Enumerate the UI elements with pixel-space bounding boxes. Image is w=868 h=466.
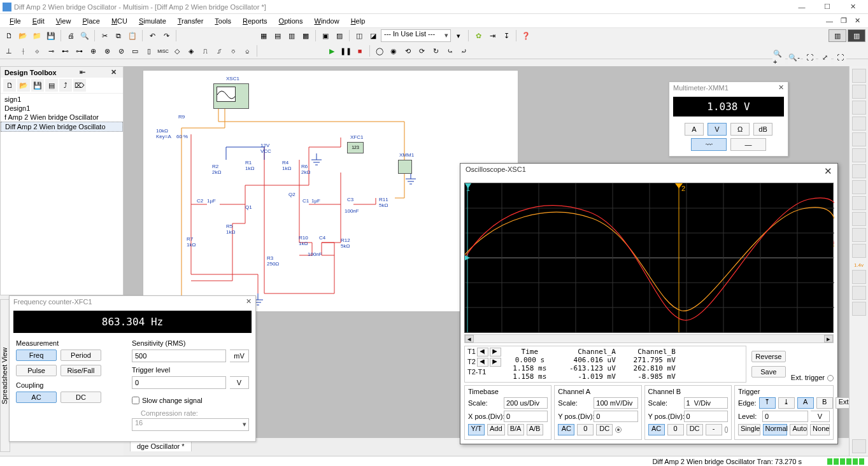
step3-icon[interactable]: ⟲	[401, 45, 414, 57]
probe-icon[interactable]: ⇥	[486, 29, 499, 42]
menu-mcu[interactable]: MCU	[106, 17, 133, 25]
tree-item-active[interactable]: Diff Amp 2 Wien bridge Oscillato	[1, 122, 123, 132]
pause-icon[interactable]: ❚❚	[339, 45, 352, 57]
comp16-icon[interactable]: ⎏	[227, 45, 239, 57]
new-icon[interactable]: 🗋	[3, 29, 15, 42]
cb-radio[interactable]	[725, 427, 728, 433]
ac-button[interactable]: AC	[16, 392, 57, 403]
menu-view[interactable]: View	[50, 17, 77, 25]
comp9-icon[interactable]: ⊘	[115, 45, 127, 57]
instr15-icon[interactable]	[852, 302, 866, 316]
ca-dc-button[interactable]: DC	[596, 424, 613, 435]
grp5-icon[interactable]: ▣	[319, 29, 332, 42]
save-button[interactable]: Save	[751, 366, 786, 378]
instr-bottom-icon[interactable]	[852, 439, 866, 453]
cb-minus-button[interactable]: -	[706, 424, 722, 435]
mm-ohm-button[interactable]: Ω	[730, 123, 750, 136]
t1-left-icon[interactable]: ⯇	[477, 348, 488, 357]
comp5-icon[interactable]: ⊷	[59, 45, 71, 57]
toolbox-pin-icon[interactable]: ⇤	[77, 68, 88, 76]
comp11-icon[interactable]: ▯	[143, 45, 155, 57]
analyze-icon[interactable]: ✿	[472, 29, 485, 42]
step6-icon[interactable]: ⤿	[443, 45, 456, 57]
schematic-tab[interactable]: dge Oscillator *	[130, 441, 192, 451]
pulse-button[interactable]: Pulse	[16, 365, 57, 376]
edge-rise-icon[interactable]: ⤒	[759, 397, 776, 409]
paste-icon[interactable]: 📋	[126, 29, 139, 42]
menu-place[interactable]: Place	[76, 17, 106, 25]
comp15-icon[interactable]: ⎎	[213, 45, 225, 57]
comp2-icon[interactable]: ⟊	[17, 45, 29, 57]
open-icon[interactable]: 📂	[17, 29, 29, 42]
tree-item[interactable]: sign1	[1, 95, 123, 104]
cb-dc-button[interactable]: DC	[687, 424, 703, 435]
tree-item[interactable]: Design1	[1, 104, 123, 113]
copy-icon[interactable]: ⧉	[112, 29, 125, 42]
cb-ac-button[interactable]: AC	[648, 424, 665, 435]
mm-db-button[interactable]: dB	[753, 123, 772, 136]
tb-up-icon[interactable]: ⤴	[59, 79, 72, 92]
scroll-left-icon[interactable]: ◂	[465, 335, 474, 342]
menu-transfer[interactable]: Transfer	[172, 17, 210, 25]
comp10-icon[interactable]: ▭	[129, 45, 141, 57]
mm-ac-button[interactable]: 〰	[691, 138, 727, 151]
ca-ypos-input[interactable]	[594, 411, 637, 422]
open2-icon[interactable]: 📁	[31, 29, 43, 42]
step1-icon[interactable]: ◯	[373, 45, 386, 57]
instr8-icon[interactable]	[852, 180, 866, 194]
cb-ypos-input[interactable]	[684, 411, 728, 422]
comp13-icon[interactable]: ◈	[185, 45, 197, 57]
mdi-close[interactable]: ✕	[851, 17, 864, 25]
bw-icon[interactable]: ▥	[829, 29, 846, 42]
auto-button[interactable]: Auto	[790, 424, 808, 435]
tool-icon[interactable]: ↧	[500, 29, 513, 42]
t1-right-icon[interactable]: ⯈	[490, 348, 501, 357]
zoom-full-icon[interactable]: ⛶	[834, 51, 846, 64]
save-icon[interactable]: 💾	[45, 29, 57, 42]
step4-icon[interactable]: ⟳	[415, 45, 428, 57]
single-button[interactable]: Single	[738, 424, 760, 435]
combo-go-icon[interactable]: ▾	[452, 29, 465, 42]
period-button[interactable]: Period	[60, 350, 101, 361]
dark-icon[interactable]: ▥	[848, 29, 865, 42]
tree-item[interactable]: f Amp 2 Wien bridge Oscillator	[1, 113, 123, 122]
step5-icon[interactable]: ↻	[429, 45, 442, 57]
risefall-button[interactable]: Rise/Fall	[60, 365, 101, 376]
reverse-button[interactable]: Reverse	[751, 351, 786, 362]
xfc1-symbol[interactable]: 123	[347, 142, 364, 153]
comp8-icon[interactable]: ⊗	[101, 45, 113, 57]
menu-file[interactable]: File	[4, 17, 27, 25]
scope-close-icon[interactable]: ✕	[824, 166, 832, 177]
scroll-right-icon[interactable]: ▸	[824, 335, 833, 342]
menu-help[interactable]: Help	[345, 17, 371, 25]
instr1-icon[interactable]	[852, 69, 866, 83]
none-button[interactable]: None	[810, 424, 830, 435]
sens-input[interactable]	[132, 350, 226, 362]
multimeter-close-icon[interactable]: ✕	[778, 83, 784, 92]
ca-ac-button[interactable]: AC	[558, 424, 574, 435]
scope-scrollbar[interactable]: ◂ ▸	[464, 334, 834, 343]
tb-new-icon[interactable]: 🗋	[3, 79, 16, 92]
instr11-icon[interactable]	[852, 228, 866, 242]
trig-a-button[interactable]: A	[797, 397, 814, 409]
comp1-icon[interactable]: ⊥	[3, 45, 15, 57]
comp14-icon[interactable]: ⎍	[199, 45, 211, 57]
tb-sheet-icon[interactable]: ▤	[45, 79, 58, 92]
comp17-icon[interactable]: ⎐	[241, 45, 253, 57]
multimeter-window[interactable]: Multimeter-XMM1 ✕ 1.038 V A V Ω dB 〰 —	[669, 81, 788, 157]
zoom-out-icon[interactable]: 🔍-	[788, 51, 800, 64]
t2-right-icon[interactable]: ⯈	[490, 358, 501, 367]
step2-icon[interactable]: ◉	[387, 45, 400, 57]
tb-scale-input[interactable]	[504, 397, 548, 409]
grp1-icon[interactable]: ▦	[257, 29, 270, 42]
instr12-icon[interactable]	[852, 244, 866, 258]
xmm1-symbol[interactable]	[398, 160, 412, 174]
tb-open-icon[interactable]: 📂	[17, 79, 30, 92]
comp4-icon[interactable]: ⊸	[45, 45, 57, 57]
grp3-icon[interactable]: ▥	[285, 29, 298, 42]
zoom-fit-icon[interactable]: ⤢	[818, 51, 831, 64]
mm-amp-button[interactable]: A	[685, 123, 704, 136]
toolbox-close-icon[interactable]: ✕	[108, 68, 119, 76]
instr7-icon[interactable]	[852, 164, 866, 178]
t2-left-icon[interactable]: ⯇	[477, 358, 488, 367]
